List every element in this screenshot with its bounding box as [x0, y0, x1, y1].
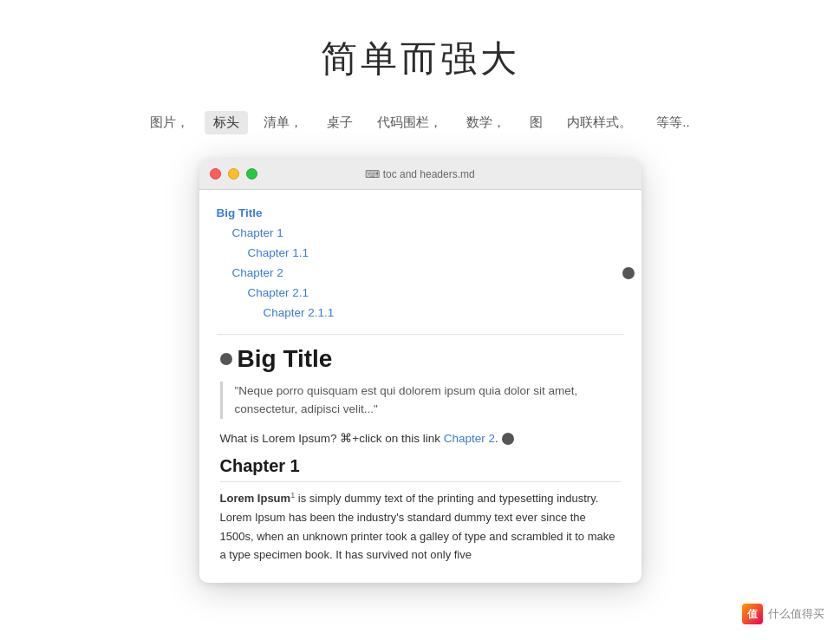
- chapter2-link[interactable]: Chapter 2: [444, 432, 495, 445]
- body-paragraph: Lorem Ipsum1 is simply dummy text of the…: [220, 489, 621, 564]
- inline-text-after: .: [495, 432, 498, 445]
- tab-code[interactable]: 代码围栏，: [368, 111, 451, 134]
- tab-images[interactable]: 图片，: [141, 111, 198, 134]
- toc-dot-indicator: [622, 267, 635, 279]
- toc-item-chapter21[interactable]: Chapter 2.1: [217, 284, 309, 304]
- tab-more[interactable]: 等等..: [648, 111, 698, 134]
- toc-item-chapter11[interactable]: Chapter 1.1: [217, 244, 309, 264]
- toc-item-big-title[interactable]: Big Title: [217, 204, 263, 224]
- big-title-dot: [220, 353, 232, 365]
- blockquote: "Neque porro quisquam est qui dolorem ip…: [220, 382, 621, 419]
- toc-item-chapter211[interactable]: Chapter 2.1.1: [217, 304, 335, 323]
- watermark: 值 什么值得买: [742, 604, 824, 624]
- watermark-text: 什么值得买: [768, 606, 824, 622]
- tab-inline[interactable]: 内联样式。: [558, 111, 641, 134]
- window-titlebar: ⌨ toc and headers.md: [199, 159, 641, 190]
- table-of-contents: Big Title Chapter 1 Chapter 1.1 Chapter …: [217, 204, 624, 323]
- doc-big-title: Big Title: [238, 345, 333, 373]
- tab-math[interactable]: 数学，: [458, 111, 514, 134]
- close-button[interactable]: [210, 168, 221, 180]
- inline-text-section: What is Lorem Ipsum? ⌘+click on this lin…: [220, 429, 621, 448]
- toc-item-chapter1[interactable]: Chapter 1: [217, 224, 283, 244]
- toc-item-chapter2[interactable]: Chapter 2: [217, 264, 283, 284]
- window-title: ⌨ toc and headers.md: [365, 168, 474, 180]
- window-content: Big Title Chapter 1 Chapter 1.1 Chapter …: [199, 190, 641, 583]
- section-divider: [217, 334, 624, 335]
- document-body: Big Title "Neque porro quisquam est qui …: [217, 345, 624, 565]
- inline-text-before: What is Lorem Ipsum? ⌘+click on this lin…: [220, 432, 444, 445]
- body-bold: Lorem Ipsum: [220, 493, 291, 506]
- chapter1-heading: Chapter 1: [220, 456, 621, 476]
- chapter-divider: [220, 481, 621, 482]
- tab-headers[interactable]: 标头: [205, 111, 248, 134]
- nav-tabs: 图片， 标头 清单， 桌子 代码围栏， 数学， 图 内联样式。 等等..: [141, 111, 698, 134]
- watermark-logo: 值: [742, 604, 763, 624]
- maximize-button[interactable]: [246, 168, 257, 180]
- app-window: ⌨ toc and headers.md Big Title Chapter 1…: [199, 159, 641, 583]
- tab-tables[interactable]: 桌子: [318, 111, 361, 134]
- big-title-row: Big Title: [220, 345, 621, 373]
- tab-diagram[interactable]: 图: [521, 111, 551, 134]
- page-title: 简单而强大: [321, 35, 520, 83]
- inline-dot-indicator: [502, 433, 514, 445]
- tab-lists[interactable]: 清单，: [255, 111, 311, 134]
- minimize-button[interactable]: [228, 168, 239, 180]
